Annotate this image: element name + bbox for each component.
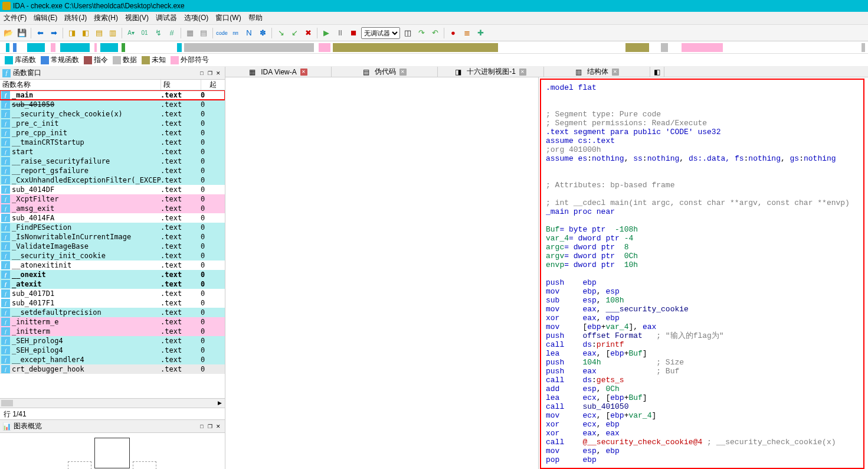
bp-add-icon[interactable]: ✚: [474, 27, 486, 39]
pause-icon[interactable]: ⏸: [334, 27, 346, 39]
function-name: _CxxUnhandledExceptionFilter(_EXCEPTI…: [12, 176, 161, 184]
open-icon[interactable]: 📂: [2, 27, 14, 39]
tab[interactable]: ▤伪代码✕: [332, 67, 438, 77]
functions-window-header[interactable]: f 函数窗口 □ ❐ ✕: [0, 67, 225, 80]
menu-item[interactable]: 调试器: [156, 13, 177, 23]
menu-item[interactable]: 编辑(E): [34, 13, 57, 23]
h-scrollbar[interactable]: ▶: [0, 398, 225, 408]
tab-more-icon[interactable]: ◧: [650, 67, 664, 77]
function-row[interactable]: f_SEH_prolog4.text0: [0, 336, 225, 346]
function-row[interactable]: f_IsNonwritableInCurrentImage.text0: [0, 232, 225, 242]
menu-item[interactable]: 搜索(H): [94, 13, 118, 23]
nav-bar[interactable]: [0, 42, 868, 54]
panel-c-icon[interactable]: ▤: [93, 27, 105, 39]
search-hex-icon[interactable]: 01: [139, 27, 150, 39]
function-row[interactable]: f_pre_c_init.text0: [0, 119, 225, 128]
tab-close-icon[interactable]: ✕: [399, 69, 407, 76]
function-row[interactable]: fcrt_debugger_hook.text0: [0, 364, 225, 374]
chart-overview-body[interactable]: [0, 433, 225, 469]
function-row[interactable]: f_initterm.text0: [0, 327, 225, 336]
scrollbar-right-icon[interactable]: ▶: [215, 400, 224, 406]
menu-item[interactable]: 帮助: [248, 13, 263, 23]
maximize-icon[interactable]: ❐: [206, 69, 214, 77]
functions-list[interactable]: f_main.text0fsub_401050.text0f__security…: [0, 90, 225, 398]
tab[interactable]: ▦IDA View-A✕: [225, 67, 332, 77]
function-row[interactable]: f_XcptFilter.text0: [0, 194, 225, 204]
panel-a-icon[interactable]: ◨: [66, 27, 78, 39]
function-row[interactable]: f_atexit.text0: [0, 279, 225, 289]
col-segment[interactable]: 段: [161, 80, 201, 90]
tab-close-icon[interactable]: ✕: [612, 69, 619, 76]
xref-from-icon[interactable]: ↙: [289, 27, 300, 39]
tab[interactable]: ◨十六进制视图-1✕: [438, 67, 544, 77]
function-row[interactable]: fsub_4017D1.text0: [0, 289, 225, 298]
tab-close-icon[interactable]: ✕: [519, 69, 526, 76]
panel-d-icon[interactable]: ▥: [107, 27, 119, 39]
function-row[interactable]: fstart.text0: [0, 147, 225, 157]
save-icon[interactable]: 💾: [16, 27, 28, 39]
run-icon[interactable]: ▶: [320, 27, 332, 39]
function-row[interactable]: f_FindPESection.text0: [0, 223, 225, 232]
function-row[interactable]: f__report_gsfailure.text0: [0, 166, 225, 175]
function-row[interactable]: f__setdefaultprecision.text0: [0, 308, 225, 317]
chart-overview-header[interactable]: 📊 图表概览 □ ❐ ✕: [0, 420, 225, 433]
functions-columns[interactable]: 函数名称 段 起: [0, 80, 225, 90]
function-row[interactable]: f__tmainCRTStartup.text0: [0, 138, 225, 147]
menu-item[interactable]: 视图(V): [125, 13, 149, 23]
func-icon[interactable]: ✽: [257, 27, 268, 39]
maximize-icon[interactable]: ❐: [206, 422, 214, 431]
function-row[interactable]: fsub_4014FA.text0: [0, 213, 225, 223]
menu-item[interactable]: 窗口(W): [215, 13, 241, 23]
menu-item[interactable]: 跳转(J): [64, 13, 87, 23]
menu-item[interactable]: 选项(O): [184, 13, 208, 23]
menu-item[interactable]: 文件(F): [4, 13, 27, 23]
scrollbar-thumb[interactable]: [1, 400, 13, 406]
function-row[interactable]: f_main.text0: [0, 90, 225, 100]
function-row[interactable]: f__except_handler4.text0: [0, 355, 225, 364]
data-icon[interactable]: пп: [230, 27, 241, 39]
tab[interactable]: ▥结构体✕: [544, 67, 650, 77]
proximity-icon[interactable]: ▤: [198, 27, 209, 39]
function-row[interactable]: fsub_4017F1.text0: [0, 298, 225, 308]
function-row[interactable]: f__security_check_cookie(x).text0: [0, 109, 225, 119]
dbg-btn1-icon[interactable]: ◫: [402, 27, 414, 39]
function-row[interactable]: f_amsg_exit.text0: [0, 204, 225, 213]
back-icon[interactable]: ⬅: [34, 27, 46, 39]
code-icon[interactable]: code: [216, 27, 228, 39]
close-icon[interactable]: ✕: [214, 422, 222, 431]
debugger-select[interactable]: 无调试器: [361, 27, 400, 39]
restore-icon[interactable]: □: [198, 69, 206, 77]
col-name[interactable]: 函数名称: [0, 80, 161, 90]
str-icon[interactable]: N: [243, 27, 255, 39]
graph-icon[interactable]: ▦: [184, 27, 196, 39]
fwd-icon[interactable]: ➡: [48, 27, 60, 39]
ida-view-a-body[interactable]: [225, 77, 539, 469]
search-text-icon[interactable]: A▾: [125, 27, 137, 39]
search-imm-icon[interactable]: #: [166, 27, 178, 39]
function-row[interactable]: f__onexit.text0: [0, 270, 225, 279]
restore-icon[interactable]: □: [198, 422, 206, 431]
function-row[interactable]: f__raise_securityfailure.text0: [0, 157, 225, 166]
dbg-btn2-icon[interactable]: ↷: [415, 27, 427, 39]
function-row[interactable]: f_SEH_epilog4.text0: [0, 346, 225, 355]
bp-icon[interactable]: ●: [447, 27, 459, 39]
search-ref-icon[interactable]: ↯: [152, 27, 164, 39]
function-row[interactable]: f_ValidateImageBase.text0: [0, 242, 225, 251]
col-start[interactable]: 起: [201, 80, 225, 90]
tab-close-icon[interactable]: ✕: [300, 69, 307, 76]
stop-icon[interactable]: ⏹: [348, 27, 359, 39]
xref-to-icon[interactable]: ↘: [275, 27, 287, 39]
function-row[interactable]: f__atonexitinit.text0: [0, 260, 225, 270]
function-row[interactable]: f_pre_cpp_init.text0: [0, 128, 225, 138]
panel-b-icon[interactable]: ◧: [80, 27, 91, 39]
function-row[interactable]: f_initterm_e.text0: [0, 317, 225, 327]
function-row[interactable]: fsub_4014DF.text0: [0, 185, 225, 194]
del-icon[interactable]: ✖: [302, 27, 314, 39]
function-row[interactable]: f_CxxUnhandledExceptionFilter(_EXCEPTI….…: [0, 175, 225, 185]
function-row[interactable]: fsub_401050.text0: [0, 100, 225, 109]
disassembly-view[interactable]: .model flat ; Segment type: Pure code ; …: [540, 79, 864, 469]
bp-list-icon[interactable]: ≣: [461, 27, 473, 39]
close-icon[interactable]: ✕: [214, 69, 222, 77]
dbg-btn3-icon[interactable]: ↶: [429, 27, 441, 39]
function-row[interactable]: f__security_init_cookie.text0: [0, 251, 225, 260]
